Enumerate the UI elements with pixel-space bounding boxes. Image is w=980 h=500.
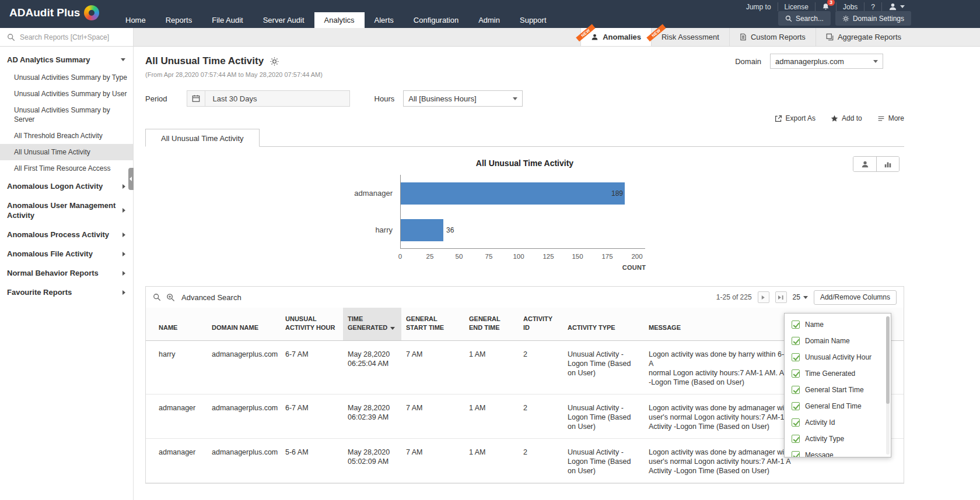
more-button[interactable]: More — [877, 114, 904, 122]
nav-admin[interactable]: Admin — [468, 12, 510, 28]
checkbox-checked-icon[interactable] — [792, 386, 800, 394]
period-input[interactable] — [205, 91, 349, 106]
column-toggle-domain-name[interactable]: Domain Name — [785, 333, 891, 349]
x-axis: 0 25 50 75 100 125 150 175 200 COUNT — [400, 248, 645, 276]
sidebar-group-anomalous-file-activity[interactable]: Anomalous File Activity — [0, 244, 133, 263]
sidebar-item-all-unusual-time-activity[interactable]: All Unusual Time Activity — [0, 144, 133, 160]
column-toggle-general-start-time[interactable]: General Start Time — [785, 382, 891, 398]
sidebar-item-unusual-activities-by-server[interactable]: Unusual Activities Summary by Server — [0, 102, 133, 128]
tab-custom-reports[interactable]: Custom Reports — [729, 28, 816, 46]
advanced-search-icon[interactable] — [166, 293, 175, 302]
period-picker[interactable] — [187, 90, 350, 107]
sidebar-item-unusual-activities-by-user[interactable]: Unusual Activities Summary by User — [0, 86, 133, 102]
add-remove-columns-panel: Name Domain Name Unusual Activity Hour T… — [784, 313, 891, 457]
chevron-right-icon — [123, 184, 125, 189]
last-page-button[interactable] — [775, 291, 787, 303]
sidebar-item-unusual-activities-by-type[interactable]: Unusual Activities Summary by Type — [0, 69, 133, 86]
chart-view-button[interactable] — [876, 157, 899, 171]
help-button[interactable]: ? — [864, 2, 882, 11]
bar-value: 189 — [611, 189, 625, 198]
sidebar-group-ad-analytics-summary[interactable]: AD Analytics Summary — [0, 50, 133, 69]
global-search-button[interactable]: Search... — [778, 11, 831, 26]
col-header-general-end-time[interactable]: GENERAL END TIME — [464, 308, 519, 341]
chevron-right-icon — [123, 290, 125, 295]
checkbox-checked-icon[interactable] — [792, 451, 800, 457]
checkbox-checked-icon[interactable] — [792, 321, 800, 329]
checkbox-checked-icon[interactable] — [792, 418, 800, 427]
user-view-button[interactable] — [853, 157, 876, 171]
col-header-name[interactable]: NAME — [146, 308, 207, 341]
column-toggle-activity-id[interactable]: Activity Id — [785, 414, 891, 431]
cell-activity-id: 2 — [519, 439, 563, 483]
domain-select[interactable]: admanagerplus.com — [770, 54, 883, 69]
sidebar-collapse-handle[interactable] — [128, 168, 134, 190]
col-header-unusual-activity-hour[interactable]: UNUSUAL ACTIVITY HOUR — [281, 308, 343, 341]
tab-all-unusual-time-activity[interactable]: All Unusual Time Activity — [145, 129, 260, 147]
column-toggle-name[interactable]: Name — [785, 316, 891, 333]
checkbox-checked-icon[interactable] — [792, 402, 800, 410]
nav-configuration[interactable]: Configuration — [404, 12, 468, 28]
sidebar-group-anomalous-logon-activity[interactable]: Anomalous Logon Activity — [0, 177, 133, 196]
sidebar-item-all-first-time-resource-access[interactable]: All First Time Resource Access — [0, 160, 133, 177]
checkbox-checked-icon[interactable] — [792, 369, 800, 378]
report-search-box[interactable] — [0, 28, 134, 46]
cell-activity-type: Unusual Activity -Logon Time (Based on U… — [563, 341, 644, 395]
nav-alerts[interactable]: Alerts — [365, 12, 404, 28]
nav-file-audit[interactable]: File Audit — [202, 12, 253, 28]
report-actions: Export As Add to More — [145, 114, 904, 122]
cell-activity-type: Unusual Activity -Logon Time (Based on U… — [563, 395, 644, 439]
chart-row: harry 36 — [145, 212, 904, 248]
col-header-activity-type[interactable]: ACTIVITY TYPE — [563, 308, 644, 341]
nav-server-audit[interactable]: Server Audit — [253, 12, 314, 28]
column-toggle-time-generated[interactable]: Time Generated — [785, 365, 891, 382]
nav-support[interactable]: Support — [510, 12, 556, 28]
cell-time-generated: May 28,2020 05:02:09 AM — [343, 439, 401, 483]
hours-label: Hours — [374, 94, 395, 103]
advanced-search-label[interactable]: Advanced Search — [181, 293, 242, 302]
panel-scrollbar-thumb[interactable] — [886, 316, 890, 404]
tab-aggregate-reports[interactable]: Aggregate Reports — [816, 28, 911, 46]
module-tabbar: NEW Anomalies NEW Risk Assessment Custom… — [0, 28, 980, 47]
nav-home[interactable]: Home — [116, 12, 156, 28]
user-menu[interactable] — [882, 2, 911, 11]
nav-reports[interactable]: Reports — [156, 12, 202, 28]
sidebar-group-anomalous-user-management-activity[interactable]: Anomalous User Management Activity — [0, 196, 133, 225]
export-as-button[interactable]: Export As — [775, 114, 816, 122]
col-header-time-generated[interactable]: TIME GENERATED — [343, 308, 401, 341]
page-size-select[interactable]: 25 — [793, 293, 808, 301]
checkbox-checked-icon[interactable] — [792, 337, 800, 345]
cell-time-generated: May 28,2020 06:25:04 AM — [343, 341, 401, 395]
tab-anomalies[interactable]: NEW Anomalies — [580, 28, 651, 46]
tab-risk-assessment[interactable]: NEW Risk Assessment — [651, 28, 729, 46]
column-toggle-general-end-time[interactable]: General End Time — [785, 398, 891, 414]
column-toggle-unusual-activity-hour[interactable]: Unusual Activity Hour — [785, 349, 891, 365]
cell-unusual-activity-hour: 6-7 AM — [281, 395, 343, 439]
add-remove-columns-button[interactable]: Add/Remove Columns — [814, 290, 897, 305]
checkbox-checked-icon[interactable] — [792, 435, 800, 443]
chevron-down-icon — [803, 296, 808, 299]
column-toggle-activity-type[interactable]: Activity Type — [785, 431, 891, 447]
next-page-button[interactable] — [758, 291, 769, 303]
schedule-sun-icon[interactable] — [270, 57, 279, 66]
search-icon[interactable] — [153, 293, 161, 301]
sidebar-item-all-threshold-breach-activity[interactable]: All Threshold Breach Activity — [0, 128, 133, 144]
cell-unusual-activity-hour: 5-6 AM — [281, 439, 343, 483]
column-toggle-message[interactable]: Message — [785, 447, 891, 457]
col-header-activity-id[interactable]: ACTIVITY ID — [519, 308, 563, 341]
col-header-general-start-time[interactable]: GENERAL START TIME — [401, 308, 464, 341]
nav-analytics[interactable]: Analytics — [314, 12, 365, 28]
jump-to-link[interactable]: Jump to — [740, 2, 778, 11]
hours-select[interactable]: All [Business Hours] — [403, 90, 523, 107]
bar-admanager: 189 — [401, 182, 625, 205]
sidebar-group-anomalous-process-activity[interactable]: Anomalous Process Activity — [0, 225, 133, 244]
domain-settings-button[interactable]: Domain Settings — [835, 11, 911, 26]
jobs-link[interactable]: Jobs — [836, 2, 864, 11]
checkbox-checked-icon[interactable] — [792, 353, 800, 361]
sidebar-group-normal-behavior-reports[interactable]: Normal Behavior Reports — [0, 263, 133, 283]
sidebar-group-favourite-reports[interactable]: Favourite Reports — [0, 283, 133, 302]
license-link[interactable]: License — [778, 2, 816, 11]
col-header-domain-name[interactable]: DOMAIN NAME — [207, 308, 281, 341]
add-to-button[interactable]: Add to — [831, 114, 862, 122]
report-search-input[interactable] — [20, 33, 126, 41]
notifications-button[interactable]: 3 — [816, 2, 836, 11]
